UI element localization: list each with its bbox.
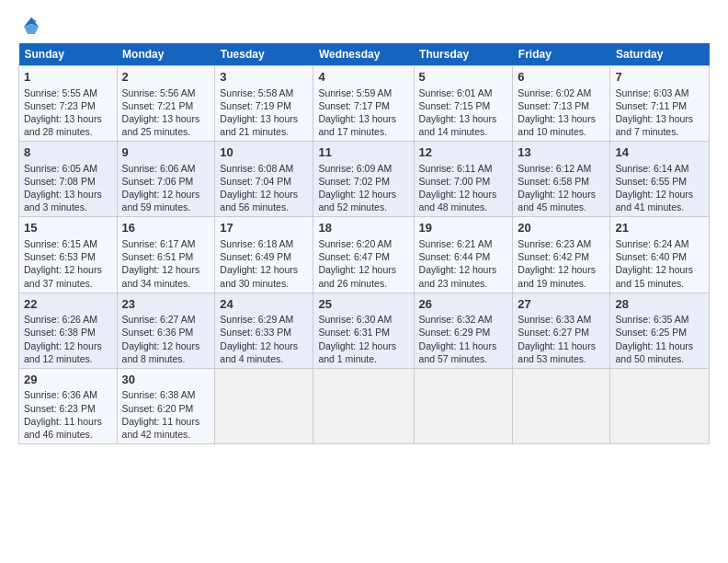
sunrise-text: Sunrise: 6:23 AM	[518, 238, 591, 249]
daylight-label: Daylight: 12 hours and 23 minutes.	[419, 264, 497, 288]
daylight-label: Daylight: 12 hours and 15 minutes.	[615, 264, 693, 288]
day-number: 29	[24, 372, 112, 388]
day-number: 21	[615, 220, 704, 236]
day-number: 8	[24, 144, 112, 161]
day-number: 16	[122, 220, 210, 236]
daylight-label: Daylight: 11 hours and 42 minutes.	[122, 416, 200, 440]
day-number: 28	[615, 296, 704, 313]
sunrise-text: Sunrise: 6:30 AM	[318, 314, 392, 325]
sunset-text: Sunset: 6:51 PM	[122, 251, 194, 262]
sunset-text: Sunset: 6:44 PM	[419, 251, 491, 262]
sunrise-text: Sunrise: 6:09 AM	[318, 163, 392, 174]
sunrise-text: Sunrise: 6:33 AM	[518, 314, 591, 325]
daylight-label: Daylight: 12 hours and 45 minutes.	[518, 189, 596, 213]
sunrise-text: Sunrise: 5:58 AM	[220, 87, 293, 98]
day-number: 25	[318, 296, 408, 313]
daylight-label: Daylight: 13 hours and 7 minutes.	[615, 113, 693, 137]
sunset-text: Sunset: 7:17 PM	[318, 100, 390, 111]
sunset-text: Sunset: 6:36 PM	[122, 327, 194, 338]
day-number: 14	[615, 144, 704, 161]
day-number: 30	[122, 372, 210, 388]
sunset-text: Sunset: 6:20 PM	[122, 403, 194, 414]
daylight-label: Daylight: 12 hours and 1 minute.	[318, 340, 396, 364]
calendar-cell: 2Sunrise: 5:56 AMSunset: 7:21 PMDaylight…	[117, 66, 215, 142]
daylight-label: Daylight: 12 hours and 12 minutes.	[24, 340, 102, 364]
calendar-cell: 26Sunrise: 6:32 AMSunset: 6:29 PMDayligh…	[414, 293, 513, 368]
calendar-cell: 14Sunrise: 6:14 AMSunset: 6:55 PMDayligh…	[610, 142, 710, 217]
sunrise-text: Sunrise: 6:01 AM	[419, 87, 493, 98]
calendar-week-row: 1Sunrise: 5:55 AMSunset: 7:23 PMDaylight…	[19, 66, 710, 142]
sunset-text: Sunset: 7:23 PM	[24, 100, 96, 111]
sunset-text: Sunset: 7:06 PM	[122, 176, 194, 187]
day-number: 15	[24, 220, 112, 236]
calendar-cell: 17Sunrise: 6:18 AMSunset: 6:49 PMDayligh…	[215, 217, 313, 293]
day-number: 17	[220, 220, 308, 236]
sunset-text: Sunset: 7:19 PM	[220, 100, 291, 111]
sunset-text: Sunset: 7:13 PM	[518, 100, 589, 111]
daylight-label: Daylight: 12 hours and 41 minutes.	[615, 189, 693, 213]
sunrise-text: Sunrise: 6:15 AM	[24, 238, 97, 249]
sunset-text: Sunset: 6:49 PM	[220, 251, 291, 262]
daylight-label: Daylight: 12 hours and 59 minutes.	[122, 189, 200, 213]
sunrise-text: Sunrise: 6:17 AM	[122, 238, 196, 249]
day-number: 26	[419, 296, 508, 313]
day-number: 27	[518, 296, 605, 313]
sunrise-text: Sunrise: 6:29 AM	[220, 314, 293, 325]
sunrise-text: Sunrise: 6:11 AM	[419, 163, 493, 174]
calendar-cell: 9Sunrise: 6:06 AMSunset: 7:06 PMDaylight…	[117, 142, 215, 217]
daylight-label: Daylight: 11 hours and 53 minutes.	[518, 340, 596, 364]
sunset-text: Sunset: 6:33 PM	[220, 327, 291, 338]
daylight-label: Daylight: 13 hours and 14 minutes.	[419, 113, 497, 137]
sunrise-text: Sunrise: 6:38 AM	[122, 389, 196, 400]
daylight-label: Daylight: 12 hours and 56 minutes.	[220, 189, 298, 213]
calendar-week-row: 8Sunrise: 6:05 AMSunset: 7:08 PMDaylight…	[19, 142, 710, 217]
weekday-header: Saturday	[610, 43, 710, 66]
sunrise-text: Sunrise: 5:56 AM	[122, 87, 196, 98]
calendar-cell	[414, 368, 513, 443]
logo	[18, 14, 48, 40]
calendar-cell	[610, 368, 710, 443]
day-number: 23	[122, 296, 210, 313]
daylight-label: Daylight: 12 hours and 37 minutes.	[24, 264, 102, 288]
sunrise-text: Sunrise: 6:06 AM	[122, 163, 196, 174]
sunrise-text: Sunrise: 6:02 AM	[518, 87, 591, 98]
sunset-text: Sunset: 6:58 PM	[518, 176, 589, 187]
calendar-cell: 11Sunrise: 6:09 AMSunset: 7:02 PMDayligh…	[313, 142, 414, 217]
sunset-text: Sunset: 6:27 PM	[518, 327, 589, 338]
svg-marker-2	[31, 17, 37, 24]
daylight-label: Daylight: 13 hours and 3 minutes.	[24, 189, 102, 213]
calendar-cell: 10Sunrise: 6:08 AMSunset: 7:04 PMDayligh…	[215, 142, 313, 217]
sunrise-text: Sunrise: 6:20 AM	[318, 238, 392, 249]
calendar-week-row: 15Sunrise: 6:15 AMSunset: 6:53 PMDayligh…	[19, 217, 710, 293]
daylight-label: Daylight: 13 hours and 28 minutes.	[24, 113, 102, 137]
calendar-body: 1Sunrise: 5:55 AMSunset: 7:23 PMDaylight…	[19, 66, 710, 444]
daylight-label: Daylight: 11 hours and 46 minutes.	[24, 416, 102, 440]
daylight-label: Daylight: 11 hours and 57 minutes.	[419, 340, 497, 364]
weekday-header: Friday	[513, 43, 610, 66]
calendar-cell: 3Sunrise: 5:58 AMSunset: 7:19 PMDaylight…	[215, 66, 313, 142]
daylight-label: Daylight: 12 hours and 8 minutes.	[122, 340, 200, 364]
sunset-text: Sunset: 7:15 PM	[419, 100, 491, 111]
day-number: 10	[220, 144, 308, 161]
sunrise-text: Sunrise: 5:59 AM	[318, 87, 392, 98]
daylight-label: Daylight: 12 hours and 34 minutes.	[122, 264, 200, 288]
calendar-cell: 6Sunrise: 6:02 AMSunset: 7:13 PMDaylight…	[513, 66, 610, 142]
day-number: 3	[220, 69, 308, 86]
sunset-text: Sunset: 6:23 PM	[24, 403, 96, 414]
sunset-text: Sunset: 7:08 PM	[24, 176, 96, 187]
sunrise-text: Sunrise: 6:32 AM	[419, 314, 493, 325]
calendar-cell: 15Sunrise: 6:15 AMSunset: 6:53 PMDayligh…	[19, 217, 118, 293]
sunrise-text: Sunrise: 6:14 AM	[615, 163, 688, 174]
day-number: 9	[122, 144, 210, 161]
calendar-cell: 1Sunrise: 5:55 AMSunset: 7:23 PMDaylight…	[19, 66, 118, 142]
calendar-cell: 7Sunrise: 6:03 AMSunset: 7:11 PMDaylight…	[610, 66, 710, 142]
day-number: 12	[419, 144, 508, 161]
daylight-label: Daylight: 12 hours and 48 minutes.	[419, 189, 497, 213]
weekday-row: SundayMondayTuesdayWednesdayThursdayFrid…	[19, 43, 710, 66]
sunset-text: Sunset: 6:55 PM	[615, 176, 687, 187]
calendar-cell: 22Sunrise: 6:26 AMSunset: 6:38 PMDayligh…	[19, 293, 118, 368]
calendar-cell: 4Sunrise: 5:59 AMSunset: 7:17 PMDaylight…	[313, 66, 414, 142]
calendar-cell: 12Sunrise: 6:11 AMSunset: 7:00 PMDayligh…	[414, 142, 513, 217]
daylight-label: Daylight: 13 hours and 17 minutes.	[318, 113, 396, 137]
daylight-label: Daylight: 11 hours and 50 minutes.	[615, 340, 693, 364]
